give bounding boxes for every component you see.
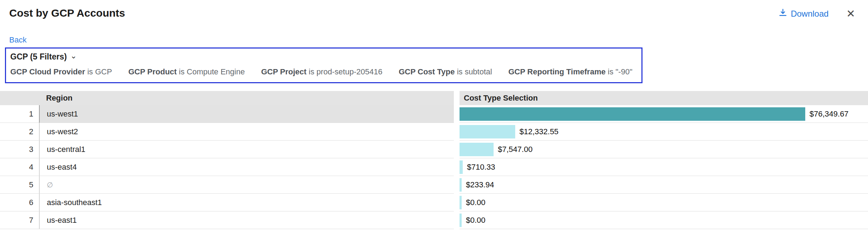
table-row[interactable]: 1us-west1$76,349.67	[0, 105, 868, 123]
row-number: 5	[0, 176, 39, 194]
table-row[interactable]: 3us-central1$7,547.00	[0, 141, 868, 158]
cost-cell[interactable]: $233.94	[460, 176, 868, 194]
filter-summary[interactable]: GCP (5 Filters) ⌄	[10, 52, 632, 62]
cost-bar[interactable]	[460, 143, 494, 156]
cost-cell[interactable]: $7,547.00	[460, 141, 868, 158]
filter-item: GCP Cloud Provider is GCP	[10, 67, 112, 76]
row-number: 4	[0, 158, 39, 176]
cost-value: $710.33	[467, 163, 495, 172]
row-number: 7	[0, 211, 39, 229]
region-cell[interactable]: us-west2	[39, 123, 454, 141]
row-number: 1	[0, 105, 39, 123]
cost-bar[interactable]	[460, 107, 805, 121]
cost-value: $7,547.00	[498, 145, 533, 154]
cost-bar[interactable]	[460, 214, 462, 227]
region-column-header[interactable]: Region	[39, 94, 73, 103]
cost-bar[interactable]	[460, 196, 462, 209]
filter-item: GCP Reporting Timeframe is "-90"	[508, 67, 633, 76]
back-link[interactable]: Back	[9, 35, 27, 45]
filter-item: GCP Cost Type is subtotal	[399, 67, 492, 76]
cost-table: Region Cost Type Selection 1us-west1$76,…	[0, 91, 868, 229]
cost-value: $76,349.67	[809, 109, 848, 119]
download-label: Download	[791, 9, 829, 19]
filter-item: GCP Project is prod-setup-205416	[261, 67, 382, 76]
row-number: 6	[0, 194, 39, 211]
page-title: Cost by GCP Accounts	[9, 7, 125, 19]
region-cell[interactable]: us-central1	[39, 141, 454, 158]
cost-bar[interactable]	[460, 160, 463, 174]
region-cell[interactable]: us-west1	[39, 105, 454, 123]
cost-value: $233.94	[466, 180, 494, 189]
cost-cell[interactable]: $76,349.67	[460, 105, 868, 123]
table-row[interactable]: 4us-east4$710.33	[0, 158, 868, 176]
row-number: 3	[0, 141, 39, 158]
region-cell[interactable]: ∅	[39, 176, 454, 194]
cost-cell[interactable]: $0.00	[460, 194, 868, 211]
table-header: Region Cost Type Selection	[0, 91, 868, 105]
table-row[interactable]: 5∅$233.94	[0, 176, 868, 194]
table-row[interactable]: 7us-east1$0.00	[0, 211, 868, 229]
close-icon[interactable]: ✕	[844, 8, 857, 20]
cost-cell[interactable]: $0.00	[460, 211, 868, 229]
region-cell[interactable]: asia-southeast1	[39, 194, 454, 211]
table-body: 1us-west1$76,349.672us-west2$12,332.553u…	[0, 105, 868, 229]
cost-bar[interactable]	[460, 178, 462, 192]
download-icon	[779, 8, 787, 19]
table-row[interactable]: 2us-west2$12,332.55	[0, 123, 868, 141]
cost-column-header[interactable]: Cost Type Selection	[460, 91, 868, 105]
cost-value: $12,332.55	[519, 127, 558, 136]
top-bar: Cost by GCP Accounts Download ✕	[0, 0, 868, 20]
filter-details: GCP Cloud Provider is GCPGCP Product is …	[10, 67, 632, 76]
filter-box: GCP (5 Filters) ⌄ GCP Cloud Provider is …	[5, 47, 642, 83]
filter-summary-label: GCP (5 Filters)	[10, 52, 67, 62]
top-actions: Download ✕	[779, 7, 857, 20]
region-cell[interactable]: us-east4	[39, 158, 454, 176]
cost-bar[interactable]	[460, 125, 515, 138]
cost-cell[interactable]: $12,332.55	[460, 123, 868, 141]
cost-value: $0.00	[466, 198, 485, 207]
chevron-down-icon: ⌄	[70, 51, 77, 61]
row-number: 2	[0, 123, 39, 141]
download-button[interactable]: Download	[779, 8, 829, 19]
table-row[interactable]: 6asia-southeast1$0.00	[0, 194, 868, 211]
cost-cell[interactable]: $710.33	[460, 158, 868, 176]
filter-item: GCP Product is Compute Engine	[128, 67, 245, 76]
cost-value: $0.00	[466, 216, 485, 225]
region-cell[interactable]: us-east1	[39, 211, 454, 229]
